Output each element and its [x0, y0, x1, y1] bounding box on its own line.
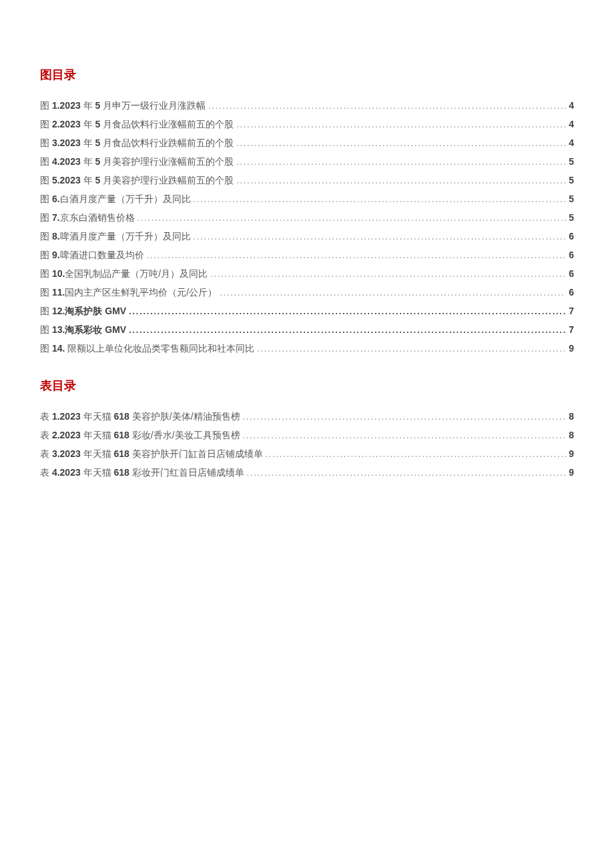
- table-toc-row[interactable]: 表 1.2023 年天猫 618 美容护肤/美体/精油预售榜 .........…: [40, 407, 574, 426]
- toc-leader-dots: ........................................…: [220, 285, 566, 302]
- figure-toc-row[interactable]: 图 8.啤酒月度产量（万千升）及同比......................…: [40, 227, 574, 246]
- toc-leader-dots: ........................................…: [236, 173, 566, 189]
- toc-entry-label: 图 8.啤酒月度产量（万千升）及同比: [40, 227, 191, 246]
- toc-leader-dots: ........................................…: [243, 428, 567, 444]
- tables-toc: 表 1.2023 年天猫 618 美容护肤/美体/精油预售榜 .........…: [40, 407, 574, 482]
- figure-toc-row[interactable]: 图 6.白酒月度产量（万千升）及同比......................…: [40, 189, 574, 208]
- toc-leader-dots: ........................................…: [208, 98, 566, 115]
- figure-toc-row[interactable]: 图 1.2023 年 5 月申万一级行业月涨跌幅................…: [40, 96, 574, 115]
- toc-page-number: 9: [569, 444, 574, 463]
- toc-page-number: 4: [569, 115, 574, 133]
- toc-entry-label: 图 6.白酒月度产量（万千升）及同比: [40, 189, 191, 208]
- toc-leader-dots: ........................................…: [147, 248, 567, 264]
- figures-toc: 图 1.2023 年 5 月申万一级行业月涨跌幅................…: [40, 96, 574, 358]
- toc-page-number: 6: [569, 283, 574, 302]
- toc-entry-label: 图 13.淘系彩妆 GMV: [40, 320, 126, 339]
- figure-toc-row[interactable]: 图 9.啤酒进口数量及均价...........................…: [40, 246, 574, 264]
- toc-leader-dots: ........................................…: [266, 446, 566, 463]
- toc-entry-label: 图 1.2023 年 5 月申万一级行业月涨跌幅: [40, 96, 206, 115]
- toc-entry-label: 图 7.京东白酒销售价格: [40, 208, 135, 227]
- toc-page-number: 6: [569, 264, 574, 283]
- toc-page-number: 4: [569, 96, 574, 115]
- toc-leader-dots: ........................................…: [129, 304, 566, 320]
- toc-leader-dots: ........................................…: [210, 266, 566, 283]
- toc-leader-dots: ........................................…: [243, 409, 567, 426]
- toc-leader-dots: ........................................…: [236, 135, 566, 152]
- figure-toc-row[interactable]: 图 14. 限额以上单位化妆品类零售额同比和社本同比 .............…: [40, 339, 574, 358]
- figures-heading: 图目录: [40, 67, 574, 83]
- toc-page-number: 6: [569, 227, 574, 246]
- figure-toc-row[interactable]: 图 2.2023 年 5 月食品饮料行业涨幅前五的个股 ............…: [40, 115, 574, 133]
- figure-toc-row[interactable]: 图 3.2023 年 5 月食品饮料行业跌幅前五的个股.............…: [40, 133, 574, 152]
- toc-entry-label: 图 11.国内主产区生鲜乳平均价（元/公斤）: [40, 283, 217, 302]
- toc-page-number: 7: [569, 302, 574, 320]
- toc-entry-label: 表 4.2023 年天猫 618 彩妆开门红首日店铺成绩单: [40, 463, 244, 482]
- figure-toc-row[interactable]: 图 11.国内主产区生鲜乳平均价（元/公斤）..................…: [40, 283, 574, 302]
- toc-entry-label: 图 12.淘系护肤 GMV: [40, 302, 126, 320]
- toc-entry-label: 图 14. 限额以上单位化妆品类零售额同比和社本同比: [40, 339, 254, 358]
- toc-page-number: 4: [569, 133, 574, 152]
- tables-heading: 表目录: [40, 378, 574, 394]
- toc-page-number: 5: [569, 208, 574, 227]
- toc-entry-label: 表 1.2023 年天猫 618 美容护肤/美体/精油预售榜: [40, 407, 240, 426]
- toc-page-number: 9: [569, 463, 574, 482]
- table-toc-row[interactable]: 表 3.2023 年天猫 618 美容护肤开门缸首日店铺成绩单 ........…: [40, 444, 574, 463]
- toc-page-number: 5: [569, 171, 574, 189]
- toc-entry-label: 图 9.啤酒进口数量及均价: [40, 246, 144, 264]
- figure-toc-row[interactable]: 图 10.全国乳制品产量（万吨/月）及同比...................…: [40, 264, 574, 283]
- figure-toc-row[interactable]: 图 7.京东白酒销售价格............................…: [40, 208, 574, 227]
- toc-entry-label: 图 5.2023 年 5 月美容护理行业跌幅前五的个股: [40, 171, 234, 189]
- toc-leader-dots: ........................................…: [129, 322, 566, 339]
- figure-toc-row[interactable]: 图 13.淘系彩妆 GMV ..........................…: [40, 320, 574, 339]
- toc-entry-label: 图 3.2023 年 5 月食品饮料行业跌幅前五的个股: [40, 133, 234, 152]
- toc-leader-dots: ........................................…: [194, 229, 567, 246]
- toc-leader-dots: ........................................…: [236, 154, 566, 171]
- figure-toc-row[interactable]: 图 12.淘系护肤 GMV ..........................…: [40, 302, 574, 320]
- table-toc-row[interactable]: 表 2.2023 年天猫 618 彩妆/香水/美妆工具预售榜 .........…: [40, 426, 574, 444]
- toc-leader-dots: ........................................…: [194, 191, 567, 208]
- toc-page-number: 9: [569, 339, 574, 358]
- figure-toc-row[interactable]: 图 5.2023 年 5 月美容护理行业跌幅前五的个股.............…: [40, 171, 574, 189]
- toc-page-number: 6: [569, 246, 574, 264]
- toc-leader-dots: ........................................…: [257, 341, 566, 358]
- toc-leader-dots: ........................................…: [137, 210, 567, 227]
- toc-leader-dots: ........................................…: [236, 117, 566, 133]
- toc-page-number: 8: [569, 407, 574, 426]
- toc-entry-label: 图 10.全国乳制品产量（万吨/月）及同比: [40, 264, 208, 283]
- toc-leader-dots: ........................................…: [247, 465, 566, 482]
- toc-entry-label: 表 3.2023 年天猫 618 美容护肤开门缸首日店铺成绩单: [40, 444, 263, 463]
- toc-page-number: 7: [569, 320, 574, 339]
- toc-page-number: 8: [569, 426, 574, 444]
- figure-toc-row[interactable]: 图 4.2023 年 5 月美容护理行业涨幅前五的个股.............…: [40, 152, 574, 171]
- toc-entry-label: 图 4.2023 年 5 月美容护理行业涨幅前五的个股: [40, 152, 234, 171]
- toc-page-number: 5: [569, 189, 574, 208]
- toc-entry-label: 表 2.2023 年天猫 618 彩妆/香水/美妆工具预售榜: [40, 426, 240, 444]
- table-toc-row[interactable]: 表 4.2023 年天猫 618 彩妆开门红首日店铺成绩单...........…: [40, 463, 574, 482]
- toc-page-number: 5: [569, 152, 574, 171]
- toc-entry-label: 图 2.2023 年 5 月食品饮料行业涨幅前五的个股: [40, 115, 234, 133]
